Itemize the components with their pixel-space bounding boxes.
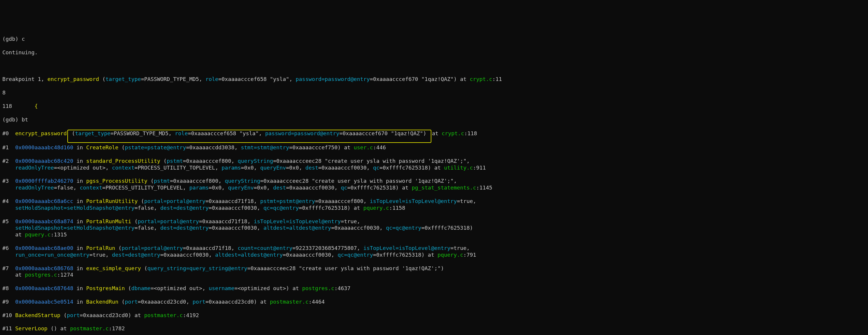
param-name: role (205, 76, 218, 82)
param-name: target_type (105, 76, 141, 82)
func-name: PortalRunUtility (86, 198, 137, 204)
file-name: pquery.c (437, 252, 463, 258)
func-name: encrypt_password (48, 76, 99, 82)
file-name: postmaster.c (70, 325, 108, 332)
file-name: pg_stat_statements.c (412, 185, 476, 191)
address: 0x0000aaaabc68a874 (15, 218, 73, 224)
breakpoint-line: Breakpoint 1, encrypt_password (target_t… (2, 76, 866, 83)
file-name: pquery.c (25, 231, 51, 238)
func-name: standard_ProcessUtility (86, 158, 160, 164)
highlight-box: (target_type=PASSWORD_TYPE_MD5, role=0xa… (67, 130, 431, 143)
func-name: ServerLoop (15, 325, 48, 332)
frame-8: #8 0x0000aaaabc687648 in PostgresMain (d… (2, 285, 866, 292)
line-number-wrap: 8 (2, 89, 866, 96)
file-name: postmaster.c (144, 312, 183, 318)
gdb-prompt-line: (gdb) bt (2, 116, 866, 123)
terminal-output[interactable]: (gdb) c Continuing. Breakpoint 1, encryp… (2, 29, 866, 335)
address: 0x0000aaaabc68a6cc (15, 198, 73, 204)
gdb-command: c (22, 36, 25, 42)
file-name: utility.c (444, 165, 473, 171)
frame-7: #7 0x0000aaaabc686768 in exec_simple_que… (2, 265, 866, 279)
file-name: postmaster.c (270, 299, 309, 305)
address: 0x0000aaaabc5e0514 (15, 299, 73, 305)
address: 0x0000aaaabc68c420 (15, 158, 73, 164)
source-line: 118 { (2, 103, 866, 110)
file-name: pquery.c (364, 205, 389, 211)
param-name: password=password@entry (296, 76, 370, 82)
gdb-prompt: (gdb) (2, 36, 22, 42)
frame-11: #11 ServerLoop () at postmaster.c:1782 (2, 325, 866, 332)
address: 0x0000aaaabc687648 (15, 285, 73, 291)
address: 0x0000aaaabc48d160 (15, 144, 73, 150)
gdb-command: bt (22, 116, 28, 122)
file-name: crypt.c (442, 130, 464, 136)
gdb-prompt-line: (gdb) c (2, 36, 866, 43)
func-name: CreateRole (86, 144, 118, 150)
func-name: PostgresMain (86, 285, 125, 291)
address: 0x0000aaaabc686768 (15, 265, 73, 271)
file-name: crypt.c (470, 76, 492, 82)
frame-0: #0 encrypt_password (target_type=PASSWOR… (2, 130, 866, 138)
file-name: postgres.c (25, 272, 57, 278)
frame-1: #1 0x0000aaaabc48d160 in CreateRole (pst… (2, 144, 866, 151)
frame-3: #3 0x0000ffffab246270 in pgss_ProcessUti… (2, 178, 866, 191)
frame-10: #10 BackendStartup (port=0xaaaaccd23cd0)… (2, 312, 866, 319)
address: 0x0000ffffab246270 (15, 178, 73, 184)
file-name: user.c (354, 144, 373, 150)
file-name: postgres.c (302, 285, 335, 291)
func-name: pgss_ProcessUtility (86, 178, 147, 184)
frame-2: #2 0x0000aaaabc68c420 in standard_Proces… (2, 158, 866, 171)
address: 0x0000aaaabc68ae00 (15, 245, 73, 251)
func-name: PortalRunMulti (86, 218, 131, 224)
func-name: BackendRun (86, 299, 118, 305)
continuing-text: Continuing. (2, 49, 866, 56)
frame-6: #6 0x0000aaaabc68ae00 in PortalRun (port… (2, 245, 866, 258)
func-name: exec_simple_query (86, 265, 141, 271)
blank-line (2, 63, 866, 69)
frame-5: #5 0x0000aaaabc68a874 in PortalRunMulti … (2, 218, 866, 239)
func-name: encrypt_password (15, 130, 67, 136)
func-name: PortalRun (86, 245, 115, 251)
frame-4: #4 0x0000aaaabc68a6cc in PortalRunUtilit… (2, 198, 866, 212)
gdb-prompt: (gdb) (2, 116, 22, 122)
frame-9: #9 0x0000aaaabc5e0514 in BackendRun (por… (2, 299, 866, 305)
func-name: BackendStartup (15, 312, 60, 318)
